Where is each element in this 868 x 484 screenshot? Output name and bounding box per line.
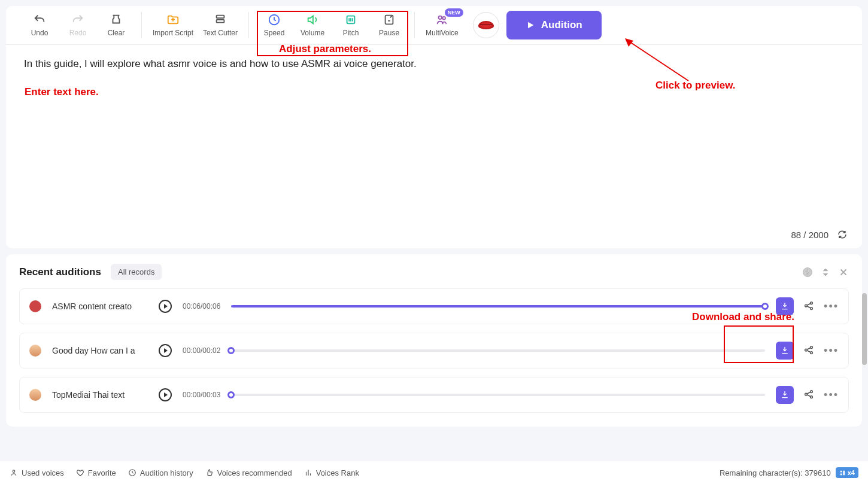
audition-time: 00:06/00:06 [183, 302, 220, 311]
x4-badge[interactable]: x4 [836, 467, 858, 478]
all-records-button[interactable]: All records [111, 264, 162, 280]
play-button[interactable] [159, 388, 172, 401]
import-script-button[interactable]: Import Script [153, 13, 193, 37]
svg-text:?: ? [806, 268, 809, 275]
audio-track[interactable] [231, 305, 765, 308]
share-button[interactable] [803, 300, 814, 313]
more-button[interactable]: ••• [824, 300, 839, 313]
scrollbar[interactable] [862, 293, 867, 365]
audio-track[interactable] [231, 394, 765, 396]
download-button[interactable] [776, 342, 794, 360]
auditions-title: Recent auditions [19, 266, 101, 278]
svg-point-18 [13, 470, 15, 473]
svg-point-5 [439, 16, 442, 19]
user-icon [10, 468, 18, 477]
play-button[interactable] [159, 344, 172, 357]
adjust-params-group: Speed Volume Pitch Pause [253, 13, 411, 37]
voice-avatar[interactable] [473, 12, 499, 38]
share-button[interactable] [803, 345, 814, 357]
audition-name: ASMR content creato [52, 302, 148, 311]
person-avatar-icon [29, 389, 41, 401]
download-icon [780, 302, 790, 311]
undo-button[interactable]: Undo [25, 13, 54, 37]
audition-history-button[interactable]: Audition history [128, 468, 193, 477]
audition-row: TopMediai Thai text 00:00/00:03 ••• [19, 377, 849, 413]
play-icon [526, 20, 535, 30]
rank-icon [304, 468, 312, 477]
multivoice-button[interactable]: NEW MultiVoice [426, 13, 459, 37]
more-button[interactable]: ••• [824, 345, 839, 357]
speed-icon [268, 13, 281, 26]
svg-point-6 [443, 17, 446, 20]
redo-button[interactable]: Redo [63, 13, 92, 37]
pitch-icon [344, 13, 357, 26]
play-button[interactable] [159, 300, 172, 313]
lips-icon [478, 21, 494, 29]
download-button[interactable] [776, 386, 794, 404]
editor-text: In this guide, I will explore what asmr … [24, 56, 844, 72]
audition-name: Good day How can I a [52, 346, 148, 355]
folder-icon [166, 13, 180, 26]
lips-avatar-icon [29, 300, 41, 312]
text-editor[interactable]: In this guide, I will explore what asmr … [6, 45, 862, 224]
audition-row: Good day How can I a 00:00/00:02 ••• [19, 333, 849, 369]
audition-button[interactable]: Audition [506, 11, 602, 39]
thumbs-up-icon [205, 468, 214, 477]
redo-icon [71, 13, 84, 26]
used-voices-button[interactable]: Used voices [10, 468, 64, 477]
sort-icon[interactable] [820, 267, 831, 278]
volume-button[interactable]: Volume [298, 13, 327, 37]
brush-icon [110, 13, 123, 26]
new-badge: NEW [445, 8, 463, 17]
refresh-icon[interactable] [837, 229, 848, 240]
cutter-icon [214, 13, 227, 26]
voices-recommended-button[interactable]: Voices recommended [205, 468, 292, 477]
undo-icon [33, 13, 46, 26]
audition-time: 00:00/00:03 [183, 391, 220, 399]
favorite-button[interactable]: Favorite [76, 468, 116, 477]
speed-button[interactable]: Speed [260, 13, 289, 37]
audition-row: ASMR content creato 00:06/00:06 ••• [19, 288, 849, 324]
svg-rect-0 [217, 16, 224, 19]
volume-icon [306, 13, 319, 26]
share-icon [803, 389, 814, 400]
char-counter: 88 / 2000 [6, 224, 862, 248]
heart-icon [76, 468, 84, 477]
clock-icon [128, 468, 136, 477]
auditions-panel: Recent auditions All records ? ASMR cont… [6, 254, 862, 427]
download-icon [780, 390, 790, 400]
footer: Used voices Favorite Audition history Vo… [0, 461, 868, 484]
person-avatar-icon [29, 345, 41, 357]
audition-name: TopMediai Thai text [52, 390, 148, 400]
toolbar: Undo Redo Clear Import Script Text Cutte… [6, 6, 862, 45]
editor-panel: Undo Redo Clear Import Script Text Cutte… [6, 6, 862, 248]
audition-time: 00:00/00:02 [183, 346, 220, 355]
voices-rank-button[interactable]: Voices Rank [304, 468, 359, 477]
clear-button[interactable]: Clear [102, 13, 130, 37]
download-button[interactable] [776, 297, 794, 315]
speed-badge-icon [839, 470, 846, 476]
pause-button[interactable]: Pause [375, 13, 403, 37]
help-icon[interactable]: ? [802, 267, 813, 278]
share-icon [803, 300, 814, 311]
more-button[interactable]: ••• [824, 389, 839, 401]
text-cutter-button[interactable]: Text Cutter [203, 13, 238, 37]
pitch-button[interactable]: Pitch [336, 13, 365, 37]
close-icon[interactable] [838, 267, 849, 278]
pause-icon [383, 13, 396, 26]
share-button[interactable] [803, 389, 814, 401]
svg-rect-1 [217, 20, 224, 23]
remaining-characters: Remaining character(s): 379610 [720, 468, 831, 477]
share-icon [803, 345, 814, 355]
audio-track[interactable] [231, 349, 765, 352]
download-icon [780, 346, 790, 355]
